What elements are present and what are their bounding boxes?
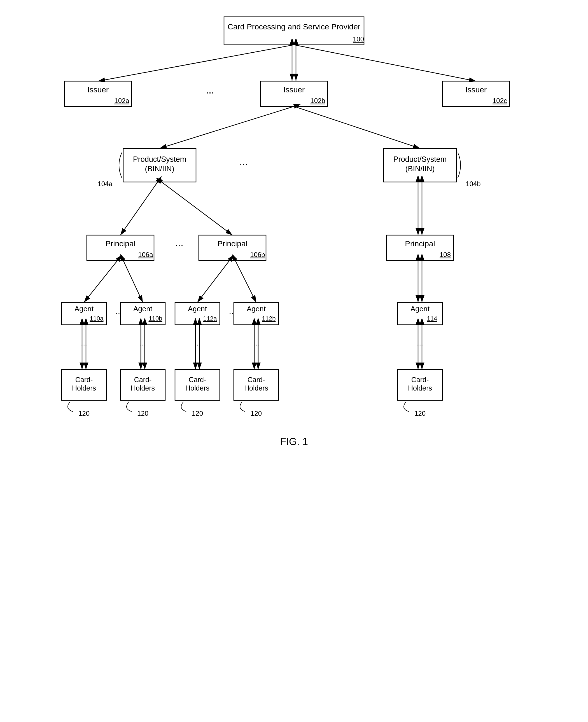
svg-text:120: 120 bbox=[251, 409, 262, 417]
svg-text:102b: 102b bbox=[310, 97, 325, 104]
svg-line-154 bbox=[84, 260, 118, 302]
svg-text:120: 120 bbox=[78, 409, 90, 417]
svg-text:Card-: Card- bbox=[189, 376, 206, 384]
svg-line-149 bbox=[294, 106, 420, 148]
svg-text:Card-: Card- bbox=[134, 376, 152, 384]
svg-text:Card-: Card- bbox=[75, 376, 93, 384]
svg-text:···: ··· bbox=[239, 158, 248, 170]
svg-text:Agent: Agent bbox=[75, 304, 94, 313]
svg-text:Principal: Principal bbox=[105, 239, 135, 248]
svg-text:FIG. 1: FIG. 1 bbox=[280, 436, 308, 447]
svg-line-157 bbox=[235, 260, 256, 302]
svg-text:120: 120 bbox=[192, 409, 203, 417]
svg-text:112b: 112b bbox=[262, 315, 276, 322]
svg-text:Agent: Agent bbox=[188, 304, 207, 313]
svg-text:102c: 102c bbox=[492, 97, 507, 104]
svg-line-147 bbox=[294, 45, 476, 81]
svg-text:104a: 104a bbox=[98, 180, 112, 188]
svg-text:Issuer: Issuer bbox=[465, 85, 487, 94]
svg-text:Agent: Agent bbox=[411, 304, 430, 313]
svg-text:Agent: Agent bbox=[247, 304, 266, 313]
svg-text:Issuer: Issuer bbox=[87, 85, 109, 94]
svg-text:120: 120 bbox=[137, 409, 148, 417]
svg-text:Holders: Holders bbox=[408, 384, 432, 392]
svg-text:106a: 106a bbox=[138, 251, 153, 258]
svg-text:110a: 110a bbox=[90, 315, 104, 322]
svg-text:Holders: Holders bbox=[244, 384, 268, 392]
svg-text:100: 100 bbox=[353, 35, 364, 43]
svg-text:108: 108 bbox=[440, 251, 451, 258]
main-diagram: Card Processing and Service Provider 100… bbox=[42, 11, 546, 700]
svg-text:112a: 112a bbox=[203, 315, 217, 322]
svg-line-155 bbox=[123, 260, 143, 302]
svg-text:···: ··· bbox=[175, 239, 183, 251]
svg-text:Product/System: Product/System bbox=[133, 155, 187, 164]
svg-text:(BIN/IIN): (BIN/IIN) bbox=[405, 165, 435, 173]
svg-line-150 bbox=[120, 182, 158, 235]
svg-text:106b: 106b bbox=[250, 251, 265, 258]
svg-text:···: ··· bbox=[206, 86, 214, 98]
svg-text:Holders: Holders bbox=[131, 384, 155, 392]
svg-text:Principal: Principal bbox=[217, 239, 247, 248]
svg-text:Agent: Agent bbox=[133, 304, 153, 313]
svg-line-156 bbox=[197, 260, 230, 302]
svg-text:Card-: Card- bbox=[248, 376, 265, 384]
svg-text:Card Processing and Service Pr: Card Processing and Service Provider bbox=[228, 22, 361, 31]
svg-line-148 bbox=[160, 106, 294, 148]
svg-text:120: 120 bbox=[414, 409, 426, 417]
svg-text:Principal: Principal bbox=[405, 239, 435, 248]
svg-text:Product/System: Product/System bbox=[393, 155, 447, 164]
svg-text:110b: 110b bbox=[149, 315, 162, 322]
svg-text:Holders: Holders bbox=[72, 384, 96, 392]
svg-line-151 bbox=[162, 182, 232, 235]
svg-text:114: 114 bbox=[427, 315, 437, 322]
diagram-svg: Card Processing and Service Provider 100… bbox=[42, 11, 546, 700]
svg-text:Issuer: Issuer bbox=[284, 85, 304, 94]
svg-line-144 bbox=[98, 45, 294, 81]
svg-text:Card-: Card- bbox=[411, 376, 429, 384]
svg-text:Holders: Holders bbox=[185, 384, 209, 392]
svg-text:104b: 104b bbox=[466, 180, 481, 188]
svg-text:102a: 102a bbox=[114, 97, 129, 104]
svg-text:(BIN/IIN): (BIN/IIN) bbox=[145, 165, 174, 173]
